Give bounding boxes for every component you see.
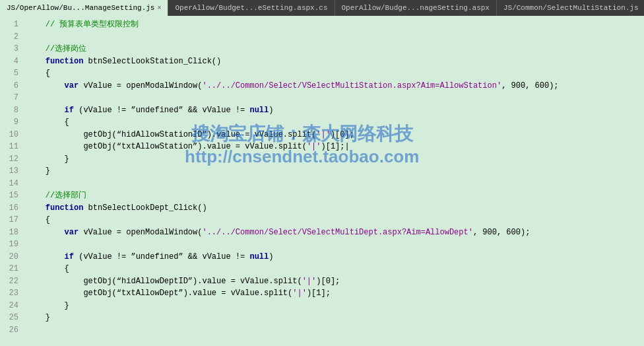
code-line: //选择部门 xyxy=(26,190,644,202)
code-line: getObj(“txtAllowStation”).value = vValue… xyxy=(26,141,644,153)
code-line: if (vValue != ”undefined” && vValue != n… xyxy=(26,251,644,263)
tab-0-label: JS/OperAllow/Bu...ManageSetting.js xyxy=(7,4,154,12)
line-number: 24 xyxy=(0,300,18,312)
line-number: 18 xyxy=(0,226,18,239)
code-line: } xyxy=(26,312,644,324)
line-number: 17 xyxy=(0,214,18,226)
line-number: 4 xyxy=(0,55,18,68)
code-line: var vValue = openModalWindow('../../Comm… xyxy=(26,226,644,239)
code-line: if (vValue != ”undefined” && vValue != n… xyxy=(26,104,644,117)
line-number: 14 xyxy=(0,178,18,190)
line-number: 15 xyxy=(0,190,18,202)
code-content[interactable]: // 预算表单类型权限控制 //选择岗位 function btnSelectL… xyxy=(24,16,644,346)
line-number: 22 xyxy=(0,275,18,288)
code-line: { xyxy=(26,214,644,226)
line-number: 23 xyxy=(0,287,18,300)
line-number: 2 xyxy=(0,31,18,44)
line-number: 1 xyxy=(0,18,18,31)
tab-3[interactable]: JS/Common/SelectMultiStation.js xyxy=(497,0,644,16)
code-line: function btnSelectLookStation_Click() xyxy=(26,55,644,68)
line-number: 5 xyxy=(0,67,18,80)
code-line xyxy=(26,31,644,44)
line-number: 11 xyxy=(0,141,18,153)
code-line xyxy=(26,324,644,337)
line-number: 21 xyxy=(0,263,18,275)
line-number: 19 xyxy=(0,238,18,251)
line-number: 13 xyxy=(0,165,18,178)
line-number: 3 xyxy=(0,43,18,55)
tab-0-close[interactable]: × xyxy=(157,5,161,12)
code-line: var vValue = openModalWindow('../../Comm… xyxy=(26,80,644,92)
code-line: } xyxy=(26,153,644,166)
line-number: 12 xyxy=(0,153,18,166)
line-number: 20 xyxy=(0,251,18,263)
line-number: 10 xyxy=(0,129,18,141)
tab-1[interactable]: OperAllow/Budget...eSetting.aspx.cs xyxy=(168,0,335,16)
line-numbers: 1234567891011121314151617181920212223242… xyxy=(0,16,24,346)
line-number: 25 xyxy=(0,312,18,324)
tab-3-label: JS/Common/SelectMultiStation.js xyxy=(503,4,639,12)
code-line: getObj(“hidAllowStationID”).value = vVal… xyxy=(26,129,644,141)
code-line xyxy=(26,238,644,251)
line-number: 7 xyxy=(0,92,18,104)
code-line: // 预算表单类型权限控制 xyxy=(26,18,644,31)
code-line xyxy=(26,92,644,104)
line-number: 6 xyxy=(0,80,18,92)
code-area: 1234567891011121314151617181920212223242… xyxy=(0,16,644,346)
line-number: 26 xyxy=(0,324,18,337)
code-line xyxy=(26,178,644,190)
line-number: 9 xyxy=(0,116,18,129)
tab-1-label: OperAllow/Budget...eSetting.aspx.cs xyxy=(175,4,327,12)
tab-2-label: OperAllow/Budge...nageSetting.aspx xyxy=(342,4,490,12)
tab-0[interactable]: JS/OperAllow/Bu...ManageSetting.js × xyxy=(0,0,168,16)
code-line: //选择岗位 xyxy=(26,43,644,55)
tab-bar: JS/OperAllow/Bu...ManageSetting.js × Ope… xyxy=(0,0,644,16)
code-line: getObj(“hidAllowDeptID”).value = vValue.… xyxy=(26,275,644,288)
code-line: { xyxy=(26,263,644,275)
line-number: 16 xyxy=(0,202,18,215)
code-line: } xyxy=(26,165,644,178)
code-line: function btnSelectLookDept_Click() xyxy=(26,202,644,215)
code-line: { xyxy=(26,67,644,80)
line-number: 8 xyxy=(0,104,18,117)
tab-2[interactable]: OperAllow/Budge...nageSetting.aspx xyxy=(335,0,497,16)
code-line: getObj(“txtAllowDept”).value = vValue.sp… xyxy=(26,287,644,300)
code-line: { xyxy=(26,116,644,129)
code-line: } xyxy=(26,300,644,312)
